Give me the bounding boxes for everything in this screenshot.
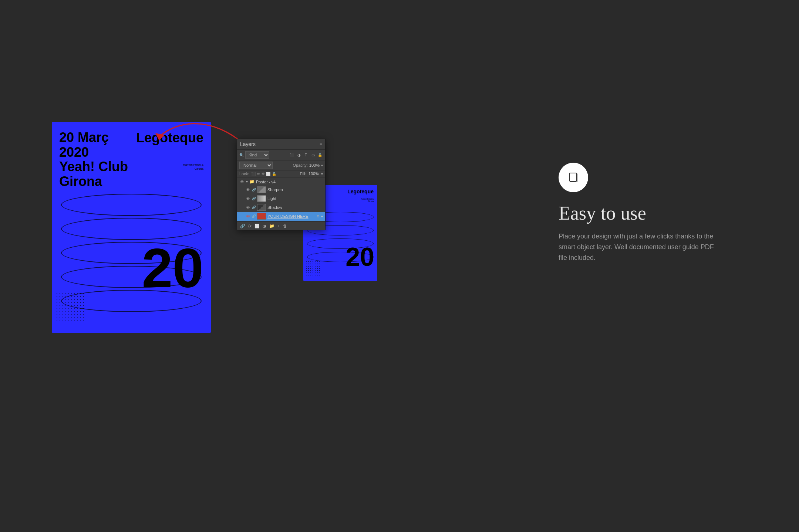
ring-1 [61,194,202,216]
your-design-link-icon: 🔗 [252,214,256,218]
svg-rect-2 [570,173,576,181]
group-eye-icon[interactable]: 👁 [239,180,245,184]
lock-artboard-icon[interactable]: ⬜ [266,172,270,176]
your-design-thumbnail [257,213,266,220]
type-filter-icon[interactable]: T [303,152,309,158]
fx-icon[interactable]: fx [248,223,252,228]
lock-label: Lock: [239,172,249,176]
layer-group-row[interactable]: 👁 ▾ 📁 Poster - v4 [237,178,325,185]
panel-search-row: 🔍 Kind ⬛ ◑ T ▭ 🔒 [237,150,325,160]
feature-icon-circle [559,163,588,192]
opacity-label: Opacity: [293,163,308,167]
right-thumb-title: Legoteque [347,189,374,194]
layers-panel: Layers ≡ 🔍 Kind ⬛ ◑ T ▭ 🔒 Normal Opacity… [237,139,326,230]
your-design-layer-name: YOUR DESIGN HERE [267,214,315,218]
fill-chevron-icon: ▾ [321,172,323,176]
pixel-filter-icon[interactable]: ⬛ [289,152,295,158]
group-layers-icon[interactable]: 📁 [269,224,274,228]
blend-mode-dropdown[interactable]: Normal [239,162,273,169]
light-eye-icon[interactable]: 👁 [245,196,250,201]
layer-options-chevron-icon[interactable]: ▾ [321,214,323,218]
panel-menu-button[interactable]: ≡ [320,142,322,147]
group-folder-icon: 📁 [249,179,254,184]
group-name: Poster - v4 [256,180,323,184]
lock-transparent-icon[interactable]: ⬛ [251,172,256,176]
smart-filter-icon[interactable]: 🔒 [317,152,323,158]
layers-list: 👁 ▾ 📁 Poster - v4 👁 🔗 Sharpen 👁 🔗 Light … [237,177,325,221]
lock-position-icon[interactable]: ✤ [262,172,264,176]
layer-row-shadow[interactable]: 👁 🔗 Shadow [237,203,325,212]
right-thumb-dots [305,261,320,275]
search-magnifier-icon: 🔍 [239,153,244,157]
feature-description: Place your design with just a few clicks… [559,231,714,263]
fill-label: Fill: [300,172,306,176]
kind-dropdown[interactable]: Kind [245,151,269,159]
panel-title: Layers [240,141,256,147]
light-thumbnail [257,195,266,202]
shadow-layer-name: Shadow [267,205,323,210]
panel-bottom-toolbar: 🔗 fx ⬜ ◑ 📁 + 🗑 [237,221,325,230]
poster-big-number: 20 [142,240,203,296]
add-mask-icon[interactable]: ⬜ [254,224,260,228]
opacity-value: 100% [309,163,320,167]
group-expand-icon[interactable]: ▾ [246,180,248,184]
layer-row-sharpen[interactable]: 👁 🔗 Sharpen [237,185,325,194]
fill-value: 100% [309,172,319,176]
opacity-chevron-icon: ▾ [321,163,323,167]
panel-titlebar: Layers ≡ [237,139,325,150]
dots-pattern [55,292,85,322]
lock-icons: ⬛ ✏ ✤ ⬜ 🔒 [251,172,276,176]
blend-mode-row: Normal Opacity: 100% ▾ [237,160,325,170]
layer-row-light[interactable]: 👁 🔗 Light [237,194,325,203]
sharpen-layer-name: Sharpen [267,187,323,192]
panel-search-icons: ⬛ ◑ T ▭ 🔒 [289,152,323,158]
ring-2 [61,218,202,240]
light-link-icon: 🔗 [252,197,256,200]
layer-row-your-design[interactable]: 👁 🔗 YOUR DESIGN HERE ⚙ ▾ [237,212,325,221]
shadow-eye-icon[interactable]: 👁 [245,205,250,210]
your-design-eye-icon[interactable]: 👁 [245,214,250,218]
adjustment-layer-icon[interactable]: ◑ [263,224,266,228]
shadow-thumbnail [257,204,266,211]
lock-fill-row: Lock: ⬛ ✏ ✤ ⬜ 🔒 Fill: 100% ▾ [237,170,325,177]
adjustment-filter-icon[interactable]: ◑ [296,152,302,158]
sharpen-thumbnail [257,186,266,193]
layers-copy-icon [567,171,580,184]
easy-to-use-section: Easy to use Place your design with just … [559,163,725,263]
shape-filter-icon[interactable]: ▭ [310,152,316,158]
smart-object-icon: ⚙ [317,214,320,218]
sharpen-eye-icon[interactable]: 👁 [245,187,250,192]
delete-layer-icon[interactable]: 🗑 [283,224,287,228]
right-thumb-big-number: 20 [345,244,374,270]
light-layer-name: Light [267,196,323,201]
lock-all-icon[interactable]: 🔒 [272,172,276,176]
new-layer-icon[interactable]: + [277,224,280,228]
lock-pixels-icon[interactable]: ✏ [257,172,260,176]
shadow-link-icon: 🔗 [252,206,256,209]
sharpen-link-icon: 🔗 [252,188,256,192]
link-layers-icon[interactable]: 🔗 [240,224,245,228]
feature-heading: Easy to use [559,203,725,224]
